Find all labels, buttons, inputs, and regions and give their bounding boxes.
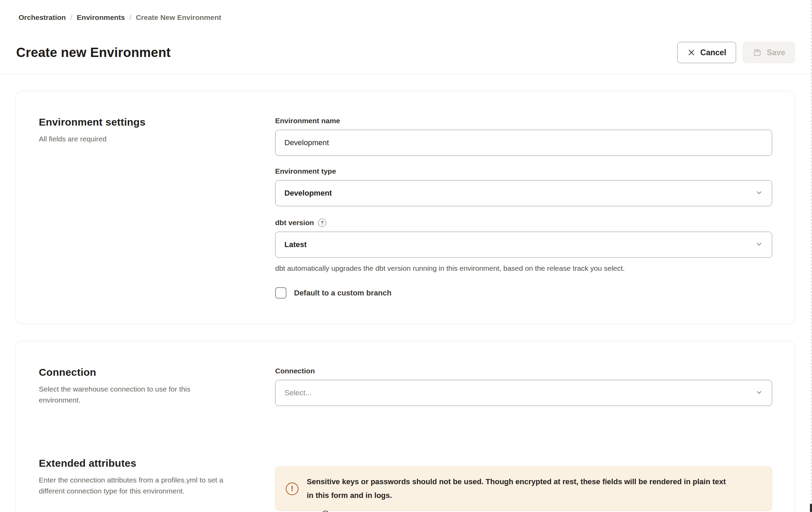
environment-type-value: Development <box>284 189 332 198</box>
extended-attributes-intro: Extended attributes Enter the connection… <box>39 457 275 511</box>
environment-settings-heading: Environment settings <box>39 116 275 128</box>
dbt-version-label-row: dbt version ? <box>275 218 772 227</box>
extended-attributes-description: Enter the connection attributes from a p… <box>39 475 238 497</box>
connection-select[interactable]: Select... <box>275 380 772 406</box>
alert-icon: ! <box>286 482 298 495</box>
connection-label: Connection <box>275 366 772 375</box>
help-icon[interactable]: ? <box>318 219 326 227</box>
dbt-version-label: dbt version <box>275 218 314 227</box>
environment-name-label: Environment name <box>275 116 772 125</box>
chevron-down-icon <box>755 388 763 397</box>
connection-heading: Connection <box>39 366 275 378</box>
sensitive-keys-warning-banner: ! Sensitive keys or passwords should not… <box>275 466 772 511</box>
connection-form: Connection Select... <box>275 366 772 406</box>
breadcrumb: Orchestration / Environments / Create Ne… <box>19 13 795 22</box>
save-button-label: Save <box>767 48 785 57</box>
environment-settings-intro: Environment settings All fields are requ… <box>39 116 275 299</box>
connection-placeholder: Select... <box>284 388 312 397</box>
extended-attributes-form: ! Sensitive keys or passwords should not… <box>275 457 772 511</box>
breadcrumb-environments[interactable]: Environments <box>77 13 125 22</box>
environment-type-select[interactable]: Development <box>275 180 772 206</box>
close-icon <box>687 48 696 57</box>
custom-branch-label: Default to a custom branch <box>294 289 392 298</box>
dbt-version-select[interactable]: Latest <box>275 232 772 258</box>
environment-settings-subheading: All fields are required <box>39 133 275 144</box>
environment-settings-card: Environment settings All fields are requ… <box>15 91 795 324</box>
dbt-version-helper-text: dbt automatically upgrades the dbt versi… <box>275 264 772 273</box>
cancel-button-label: Cancel <box>700 48 726 57</box>
chevron-down-icon <box>755 240 763 249</box>
chevron-down-icon <box>755 189 763 198</box>
connection-card: Connection Select the warehouse connecti… <box>15 341 795 512</box>
main-content: Environment settings All fields are requ… <box>0 74 812 512</box>
page-title: Create new Environment <box>16 45 171 60</box>
connection-description: Select the warehouse connection to use f… <box>39 384 231 406</box>
breadcrumb-current-page: Create New Environment <box>136 13 221 22</box>
create-environment-page: Orchestration / Environments / Create Ne… <box>0 0 812 512</box>
breadcrumb-orchestration[interactable]: Orchestration <box>19 13 66 22</box>
custom-branch-row: Default to a custom branch <box>275 287 772 299</box>
custom-branch-checkbox[interactable] <box>275 287 286 299</box>
page-header: Create new Environment Cancel <box>0 22 812 66</box>
breadcrumb-separator: / <box>129 13 132 22</box>
connection-intro: Connection Select the warehouse connecti… <box>39 366 275 406</box>
breadcrumb-separator: / <box>70 13 72 22</box>
environment-type-label: Environment type <box>275 167 772 176</box>
environment-settings-form: Environment name Environment type Develo… <box>275 116 772 299</box>
extended-attributes-heading: Extended attributes <box>39 457 275 469</box>
topbar: Orchestration / Environments / Create Ne… <box>0 0 812 22</box>
page-right-edge-divider <box>811 0 812 512</box>
save-button[interactable]: Save <box>743 42 795 63</box>
save-icon <box>753 48 762 57</box>
sensitive-keys-warning-text: Sensitive keys or passwords should not b… <box>307 475 729 502</box>
header-actions: Cancel Save <box>677 42 795 63</box>
cancel-button[interactable]: Cancel <box>677 42 736 63</box>
scrollbar-thumb[interactable] <box>810 504 812 512</box>
environment-name-input[interactable] <box>275 130 772 156</box>
dbt-version-value: Latest <box>284 240 307 249</box>
